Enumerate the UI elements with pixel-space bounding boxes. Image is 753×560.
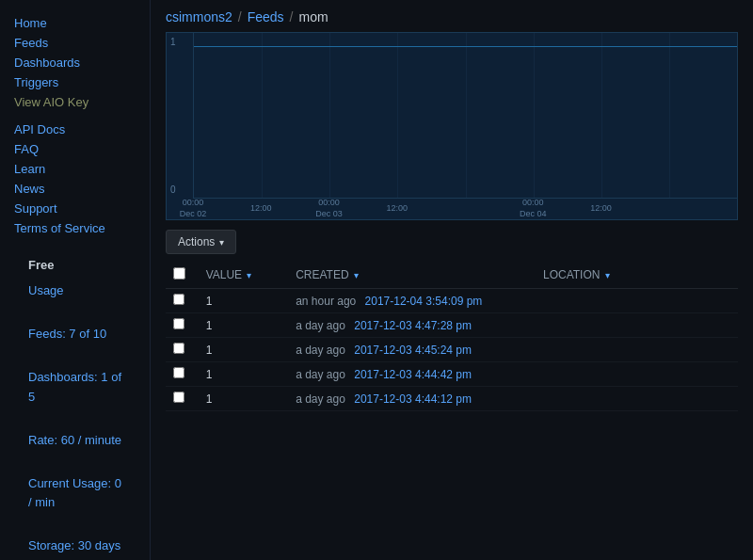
row-2-value-cell: 1 xyxy=(199,313,289,338)
row-5-checkbox[interactable] xyxy=(173,392,184,403)
row-5-value: 1 xyxy=(206,392,213,406)
row-1-created-cell: an hour ago 2017-12-04 3:54:09 pm xyxy=(288,289,536,313)
col-header-value[interactable]: VALUE ▾ xyxy=(199,262,289,289)
row-4-checkbox[interactable] xyxy=(173,367,184,378)
sidebar-item-home[interactable]: Home xyxy=(0,13,150,33)
data-table: VALUE ▾ CREATED ▾ LOCATION ▾ xyxy=(166,262,738,411)
table-row: 1 a day ago 2017-12-03 4:44:42 pm xyxy=(166,362,738,387)
y-label-0: 0 xyxy=(170,184,189,195)
row-3-created-cell: a day ago 2017-12-03 4:45:24 pm xyxy=(288,338,536,362)
sidebar-item-dashboards[interactable]: Dashboards xyxy=(0,53,150,72)
row-5-relative-time: a day ago xyxy=(296,392,345,406)
row-3-abs-time: 2017-12-03 4:45:24 pm xyxy=(354,344,472,357)
sidebar-item-feeds[interactable]: Feeds xyxy=(0,33,150,53)
col-value-label: VALUE xyxy=(206,268,242,281)
vgrid-1 xyxy=(262,33,263,198)
row-3-check-cell xyxy=(166,338,199,362)
breadcrumb-feeds[interactable]: Feeds xyxy=(248,9,284,24)
separator-2: / xyxy=(290,9,294,24)
row-1-check-cell xyxy=(166,289,199,313)
sidebar-nav-docs: API Docs FAQ Learn News Support Terms of… xyxy=(0,116,150,242)
row-2-relative-time: a day ago xyxy=(296,319,345,332)
breadcrumb-user[interactable]: csimmons2 xyxy=(166,9,232,24)
vgrid-3 xyxy=(397,33,398,198)
row-5-check-cell xyxy=(166,387,199,411)
table-row: 1 a day ago 2017-12-03 4:47:28 pm xyxy=(166,313,738,338)
row-1-checkbox[interactable] xyxy=(173,294,184,305)
x-label-1: 12:00 xyxy=(250,203,272,215)
row-4-location-cell xyxy=(536,362,738,387)
row-1-value: 1 xyxy=(206,295,213,308)
col-created-label: CREATED xyxy=(296,268,348,281)
chart-plot-area xyxy=(193,33,737,199)
dropdown-arrow-icon: ▾ xyxy=(219,237,224,248)
x-label-2: 00:00Dec 03 xyxy=(315,198,343,219)
row-4-abs-time: 2017-12-03 4:44:42 pm xyxy=(354,368,472,381)
row-5-value-cell: 1 xyxy=(199,387,289,411)
sidebar-item-api-docs[interactable]: API Docs xyxy=(0,120,150,139)
current-usage: Current Usage: 0 / min xyxy=(14,472,136,517)
table-header: VALUE ▾ CREATED ▾ LOCATION ▾ xyxy=(166,262,738,289)
chart-x-labels: 00:00Dec 02 12:00 00:00Dec 03 12:00 00:0… xyxy=(193,199,737,219)
separator-1: / xyxy=(238,9,242,24)
row-2-check-cell xyxy=(166,313,199,338)
table-header-row: VALUE ▾ CREATED ▾ LOCATION ▾ xyxy=(166,262,738,289)
select-all-checkbox[interactable] xyxy=(173,267,185,280)
row-4-check-cell xyxy=(166,362,199,387)
row-2-created-cell: a day ago 2017-12-03 4:47:28 pm xyxy=(288,313,536,338)
col-header-created[interactable]: CREATED ▾ xyxy=(288,262,536,289)
actions-button[interactable]: Actions ▾ xyxy=(166,230,236,254)
sidebar-item-terms[interactable]: Terms of Service xyxy=(0,218,150,238)
row-2-abs-time: 2017-12-03 4:47:28 pm xyxy=(354,319,472,332)
sidebar-item-view-aio-key[interactable]: View AIO Key xyxy=(0,92,150,112)
sidebar: Home Feeds Dashboards Triggers View AIO … xyxy=(0,0,151,560)
vgrid-4 xyxy=(466,33,467,198)
vgrid-5 xyxy=(534,33,535,198)
usage-block: Free Usage Feeds: 7 of 10 Dashboards: 1 … xyxy=(0,242,150,560)
row-1-location-cell xyxy=(536,289,738,313)
chart-y-axis: 1 0 xyxy=(167,33,193,199)
table-row: 1 a day ago 2017-12-03 4:44:12 pm xyxy=(166,387,738,411)
actions-label: Actions xyxy=(178,235,215,248)
breadcrumb-current: mom xyxy=(299,9,328,24)
feeds-usage: Feeds: 7 of 10 xyxy=(14,322,136,347)
vgrid-6 xyxy=(601,33,602,198)
row-2-location-cell xyxy=(536,313,738,338)
x-label-0: 00:00Dec 02 xyxy=(180,198,207,219)
row-5-location-cell xyxy=(536,387,738,411)
sidebar-item-news[interactable]: News xyxy=(0,179,150,199)
table-content-area: Actions ▾ VALUE ▾ CREATED ▾ xyxy=(151,230,753,560)
row-3-relative-time: a day ago xyxy=(296,344,345,357)
row-3-checkbox[interactable] xyxy=(173,343,184,354)
rate-usage: Rate: 60 / minute xyxy=(14,428,136,454)
row-3-value: 1 xyxy=(206,344,213,357)
sidebar-item-triggers[interactable]: Triggers xyxy=(0,72,150,92)
usage-label: Usage xyxy=(14,279,136,304)
row-1-value-cell: 1 xyxy=(199,289,289,313)
row-5-abs-time: 2017-12-03 4:44:12 pm xyxy=(354,392,472,406)
y-label-1: 1 xyxy=(170,37,189,47)
row-4-created-cell: a day ago 2017-12-03 4:44:42 pm xyxy=(288,362,536,387)
col-header-location[interactable]: LOCATION ▾ xyxy=(536,262,738,289)
row-1-relative-time: an hour ago xyxy=(296,295,356,308)
table-body: 1 an hour ago 2017-12-04 3:54:09 pm 1 xyxy=(166,289,738,411)
table-row: 1 an hour ago 2017-12-04 3:54:09 pm xyxy=(166,289,738,313)
sidebar-item-support[interactable]: Support xyxy=(0,199,150,218)
main-content: csimmons2 / Feeds / mom 1 0 00:00Dec 02 … xyxy=(151,0,753,560)
row-3-value-cell: 1 xyxy=(199,338,289,362)
value-sort-icon: ▾ xyxy=(247,270,251,280)
col-header-check[interactable] xyxy=(166,262,199,289)
sidebar-item-learn[interactable]: Learn xyxy=(0,159,150,179)
row-4-relative-time: a day ago xyxy=(296,368,345,381)
x-label-5: 12:00 xyxy=(590,203,612,215)
actions-bar: Actions ▾ xyxy=(166,230,738,254)
table-row: 1 a day ago 2017-12-03 4:45:24 pm xyxy=(166,338,738,362)
sidebar-nav-main: Home Feeds Dashboards Triggers View AIO … xyxy=(0,9,150,116)
row-2-checkbox[interactable] xyxy=(173,318,184,329)
location-sort-icon: ▾ xyxy=(605,270,610,280)
col-location-label: LOCATION xyxy=(543,268,600,281)
sidebar-item-faq[interactable]: FAQ xyxy=(0,139,150,159)
vgrid-7 xyxy=(669,33,670,198)
row-5-created-cell: a day ago 2017-12-03 4:44:12 pm xyxy=(288,387,536,411)
row-3-location-cell xyxy=(536,338,738,362)
